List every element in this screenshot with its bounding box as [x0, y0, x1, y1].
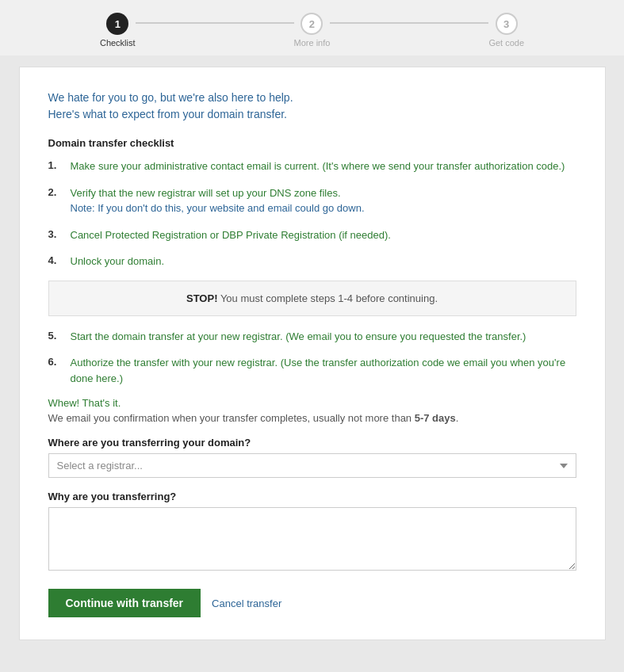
- step-1-label: Checklist: [100, 38, 136, 48]
- registrar-select[interactable]: Select a registrar...: [48, 453, 576, 478]
- step-3: 3 Get code: [488, 13, 524, 48]
- registrar-label: Where are you transferring your domain?: [48, 437, 576, 449]
- step-2: 2 More info: [294, 13, 331, 48]
- step-line-1-2: [136, 22, 294, 24]
- list-item: 2. Verify that the new registrar will se…: [48, 185, 576, 216]
- item-text-2: Verify that the new registrar will set u…: [71, 185, 576, 216]
- step-2-label: More info: [294, 38, 331, 48]
- checklist-list: 1. Make sure your administrative contact…: [48, 158, 576, 269]
- checklist-title: Domain transfer checklist: [48, 137, 576, 149]
- item-text-4: Unlock your domain.: [71, 254, 576, 269]
- cancel-link[interactable]: Cancel transfer: [212, 598, 281, 609]
- wizard-steps: 1 Checklist 2 More info 3 Get code: [0, 0, 624, 55]
- item-number-4: 4.: [48, 254, 71, 266]
- item-text-5: Start the domain transfer at your new re…: [71, 329, 576, 345]
- item-text-3: Cancel Protected Registration or DBP Pri…: [71, 227, 576, 243]
- item-text-1: Make sure your administrative contact em…: [71, 158, 576, 174]
- item-number-3: 3.: [48, 227, 71, 240]
- item-number-5: 5.: [48, 329, 71, 342]
- email-confirm-text: We email you confirmation when your tran…: [48, 412, 576, 424]
- checklist-list-2: 5. Start the domain transfer at your new…: [48, 329, 576, 387]
- main-card: We hate for you to go, but we're also he…: [19, 67, 606, 640]
- list-item: 4. Unlock your domain.: [48, 254, 576, 269]
- list-item: 1. Make sure your administrative contact…: [48, 158, 576, 174]
- step-2-circle: 2: [301, 13, 323, 35]
- item-text-6: Authorize the transfer with your new reg…: [71, 355, 576, 386]
- list-item: 3. Cancel Protected Registration or DBP …: [48, 227, 576, 243]
- stop-text: You must complete steps 1-4 before conti…: [220, 292, 438, 304]
- continue-button[interactable]: Continue with transfer: [48, 589, 201, 617]
- item-number-2: 2.: [48, 185, 71, 198]
- whew-text: Whew! That's it.: [48, 397, 576, 409]
- item-number-1: 1.: [48, 158, 71, 171]
- step-3-circle: 3: [496, 13, 518, 35]
- step-1: 1 Checklist: [100, 13, 136, 48]
- list-item: 5. Start the domain transfer at your new…: [48, 329, 576, 345]
- step-line-2-3: [330, 22, 488, 24]
- list-item: 6. Authorize the transfer with your new …: [48, 355, 576, 386]
- intro-text: We hate for you to go, but we're also he…: [48, 90, 576, 123]
- stop-word: STOP!: [186, 292, 218, 304]
- stop-box: STOP! You must complete steps 1-4 before…: [48, 281, 576, 316]
- reason-label: Why are you transferring?: [48, 491, 576, 502]
- item-number-6: 6.: [48, 355, 71, 368]
- reason-textarea[interactable]: [48, 507, 576, 571]
- step-1-circle: 1: [106, 13, 128, 35]
- bottom-actions: Continue with transfer Cancel transfer: [48, 589, 576, 617]
- step-3-label: Get code: [488, 38, 524, 48]
